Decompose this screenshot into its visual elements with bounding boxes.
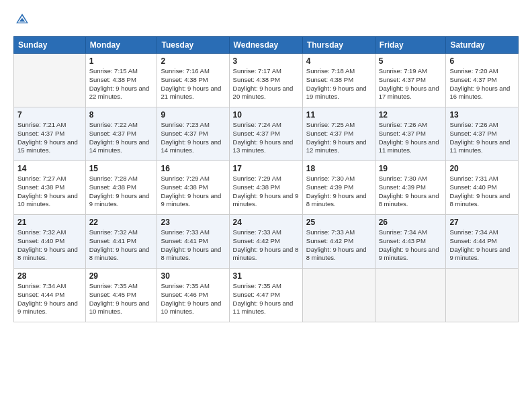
day-info: Sunrise: 7:30 AMSunset: 4:39 PMDaylight:… xyxy=(379,175,443,209)
calendar-day-cell: 4Sunrise: 7:18 AMSunset: 4:38 PMDaylight… xyxy=(302,54,375,107)
day-info: Sunrise: 7:24 AMSunset: 4:37 PMDaylight:… xyxy=(233,121,299,155)
day-info: Sunrise: 7:26 AMSunset: 4:37 PMDaylight:… xyxy=(379,121,443,155)
day-info: Sunrise: 7:26 AMSunset: 4:37 PMDaylight:… xyxy=(449,121,515,155)
calendar-day-cell: 2Sunrise: 7:16 AMSunset: 4:38 PMDaylight… xyxy=(157,54,229,107)
day-info: Sunrise: 7:20 AMSunset: 4:37 PMDaylight:… xyxy=(449,67,515,101)
day-number: 29 xyxy=(89,271,154,281)
calendar-day-cell: 26Sunrise: 7:34 AMSunset: 4:43 PMDayligh… xyxy=(375,215,446,269)
calendar-day-cell: 22Sunrise: 7:32 AMSunset: 4:41 PMDayligh… xyxy=(85,215,157,269)
logo-icon xyxy=(15,12,30,27)
day-info: Sunrise: 7:33 AMSunset: 4:42 PMDaylight:… xyxy=(306,228,371,263)
day-info: Sunrise: 7:33 AMSunset: 4:41 PMDaylight:… xyxy=(161,228,225,263)
weekday-header: Friday xyxy=(375,37,446,54)
day-info: Sunrise: 7:18 AMSunset: 4:38 PMDaylight:… xyxy=(306,67,371,101)
day-number: 14 xyxy=(17,164,82,173)
calendar-day-cell xyxy=(302,269,375,322)
calendar-day-cell: 14Sunrise: 7:27 AMSunset: 4:38 PMDayligh… xyxy=(14,161,86,215)
day-info: Sunrise: 7:34 AMSunset: 4:44 PMDaylight:… xyxy=(449,228,515,263)
day-number: 4 xyxy=(306,56,371,66)
calendar-day-cell: 20Sunrise: 7:31 AMSunset: 4:40 PMDayligh… xyxy=(446,161,519,215)
day-number: 11 xyxy=(306,110,371,120)
day-info: Sunrise: 7:33 AMSunset: 4:42 PMDaylight:… xyxy=(233,228,299,263)
day-number: 12 xyxy=(379,110,443,120)
calendar-day-cell: 19Sunrise: 7:30 AMSunset: 4:39 PMDayligh… xyxy=(375,161,446,215)
calendar-day-cell: 9Sunrise: 7:23 AMSunset: 4:37 PMDaylight… xyxy=(157,107,229,161)
weekday-header: Monday xyxy=(85,37,157,54)
day-number: 7 xyxy=(17,110,82,120)
calendar-header-row: SundayMondayTuesdayWednesdayThursdayFrid… xyxy=(14,37,519,54)
calendar-day-cell: 11Sunrise: 7:25 AMSunset: 4:37 PMDayligh… xyxy=(302,107,375,161)
day-number: 18 xyxy=(306,164,371,173)
day-number: 15 xyxy=(89,164,154,173)
calendar-day-cell: 3Sunrise: 7:17 AMSunset: 4:38 PMDaylight… xyxy=(229,54,302,107)
calendar-day-cell: 18Sunrise: 7:30 AMSunset: 4:39 PMDayligh… xyxy=(302,161,375,215)
day-number: 27 xyxy=(449,218,515,227)
day-info: Sunrise: 7:23 AMSunset: 4:37 PMDaylight:… xyxy=(161,121,225,155)
day-info: Sunrise: 7:17 AMSunset: 4:38 PMDaylight:… xyxy=(233,67,299,101)
calendar-day-cell: 10Sunrise: 7:24 AMSunset: 4:37 PMDayligh… xyxy=(229,107,302,161)
day-number: 24 xyxy=(233,218,299,227)
day-number: 21 xyxy=(17,218,82,227)
day-info: Sunrise: 7:25 AMSunset: 4:37 PMDaylight:… xyxy=(306,121,371,155)
day-info: Sunrise: 7:35 AMSunset: 4:46 PMDaylight:… xyxy=(161,282,225,316)
calendar-week-row: 21Sunrise: 7:32 AMSunset: 4:40 PMDayligh… xyxy=(14,215,519,269)
weekday-header: Wednesday xyxy=(229,37,302,54)
day-number: 23 xyxy=(161,218,225,227)
weekday-header: Sunday xyxy=(14,37,86,54)
day-info: Sunrise: 7:31 AMSunset: 4:40 PMDaylight:… xyxy=(449,175,515,209)
day-number: 22 xyxy=(89,218,154,227)
day-number: 10 xyxy=(233,110,299,120)
page: SundayMondayTuesdayWednesdayThursdayFrid… xyxy=(0,0,532,411)
calendar-day-cell xyxy=(375,269,446,322)
day-number: 6 xyxy=(449,56,515,66)
calendar-day-cell xyxy=(446,269,519,322)
day-info: Sunrise: 7:21 AMSunset: 4:37 PMDaylight:… xyxy=(17,121,82,155)
header xyxy=(13,12,519,30)
day-number: 17 xyxy=(233,164,299,173)
calendar-day-cell: 31Sunrise: 7:35 AMSunset: 4:47 PMDayligh… xyxy=(229,269,302,322)
weekday-header: Tuesday xyxy=(157,37,229,54)
calendar-day-cell: 29Sunrise: 7:35 AMSunset: 4:45 PMDayligh… xyxy=(85,269,157,322)
calendar-day-cell: 6Sunrise: 7:20 AMSunset: 4:37 PMDaylight… xyxy=(446,54,519,107)
day-info: Sunrise: 7:27 AMSunset: 4:38 PMDaylight:… xyxy=(17,175,82,209)
calendar-day-cell: 21Sunrise: 7:32 AMSunset: 4:40 PMDayligh… xyxy=(14,215,86,269)
day-number: 5 xyxy=(379,56,443,66)
weekday-header: Thursday xyxy=(302,37,375,54)
calendar-day-cell: 25Sunrise: 7:33 AMSunset: 4:42 PMDayligh… xyxy=(302,215,375,269)
day-number: 19 xyxy=(379,164,443,173)
day-number: 3 xyxy=(233,56,299,66)
day-info: Sunrise: 7:19 AMSunset: 4:37 PMDaylight:… xyxy=(379,67,443,101)
day-number: 13 xyxy=(449,110,515,120)
calendar-day-cell: 15Sunrise: 7:28 AMSunset: 4:38 PMDayligh… xyxy=(85,161,157,215)
day-info: Sunrise: 7:32 AMSunset: 4:40 PMDaylight:… xyxy=(17,228,82,263)
day-info: Sunrise: 7:34 AMSunset: 4:43 PMDaylight:… xyxy=(379,228,443,263)
calendar-day-cell: 5Sunrise: 7:19 AMSunset: 4:37 PMDaylight… xyxy=(375,54,446,107)
calendar-week-row: 7Sunrise: 7:21 AMSunset: 4:37 PMDaylight… xyxy=(14,107,519,161)
calendar-week-row: 1Sunrise: 7:15 AMSunset: 4:38 PMDaylight… xyxy=(14,54,519,107)
calendar-day-cell: 7Sunrise: 7:21 AMSunset: 4:37 PMDaylight… xyxy=(14,107,86,161)
day-info: Sunrise: 7:16 AMSunset: 4:38 PMDaylight:… xyxy=(161,67,225,101)
calendar-week-row: 28Sunrise: 7:34 AMSunset: 4:44 PMDayligh… xyxy=(14,269,519,322)
calendar-day-cell: 12Sunrise: 7:26 AMSunset: 4:37 PMDayligh… xyxy=(375,107,446,161)
calendar-day-cell: 8Sunrise: 7:22 AMSunset: 4:37 PMDaylight… xyxy=(85,107,157,161)
day-number: 26 xyxy=(379,218,443,227)
day-number: 2 xyxy=(161,56,225,66)
day-info: Sunrise: 7:30 AMSunset: 4:39 PMDaylight:… xyxy=(306,175,371,209)
calendar-day-cell: 16Sunrise: 7:29 AMSunset: 4:38 PMDayligh… xyxy=(157,161,229,215)
calendar-day-cell: 30Sunrise: 7:35 AMSunset: 4:46 PMDayligh… xyxy=(157,269,229,322)
day-info: Sunrise: 7:34 AMSunset: 4:44 PMDaylight:… xyxy=(17,282,82,316)
day-info: Sunrise: 7:29 AMSunset: 4:38 PMDaylight:… xyxy=(161,175,225,209)
calendar-day-cell: 1Sunrise: 7:15 AMSunset: 4:38 PMDaylight… xyxy=(85,54,157,107)
day-info: Sunrise: 7:28 AMSunset: 4:38 PMDaylight:… xyxy=(89,175,154,209)
day-info: Sunrise: 7:35 AMSunset: 4:47 PMDaylight:… xyxy=(233,282,299,316)
day-number: 25 xyxy=(306,218,371,227)
calendar-day-cell: 17Sunrise: 7:29 AMSunset: 4:38 PMDayligh… xyxy=(229,161,302,215)
day-number: 8 xyxy=(89,110,154,120)
day-number: 1 xyxy=(89,56,154,66)
day-info: Sunrise: 7:32 AMSunset: 4:41 PMDaylight:… xyxy=(89,228,154,263)
day-number: 28 xyxy=(17,271,82,281)
calendar-day-cell: 23Sunrise: 7:33 AMSunset: 4:41 PMDayligh… xyxy=(157,215,229,269)
day-number: 9 xyxy=(161,110,225,120)
day-number: 30 xyxy=(161,271,225,281)
weekday-header: Saturday xyxy=(446,37,519,54)
